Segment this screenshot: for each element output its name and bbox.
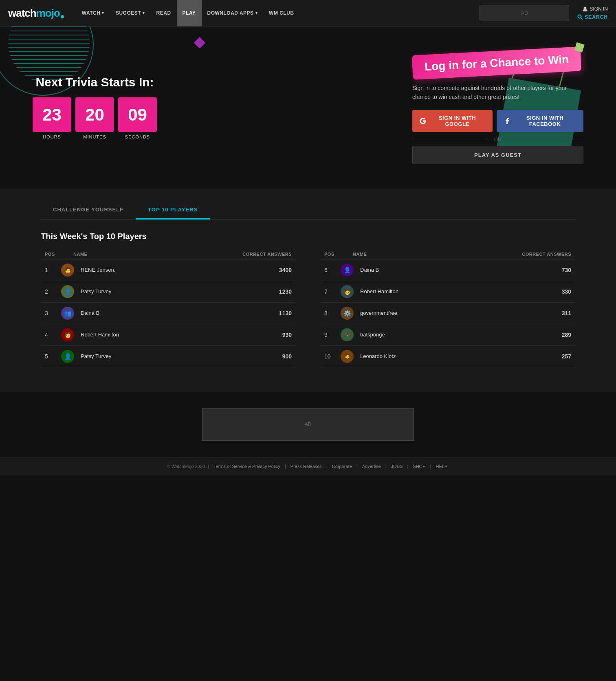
tab-challenge[interactable]: CHALLENGE YOURSELF bbox=[41, 201, 136, 219]
chevron-down-icon: ▾ bbox=[143, 11, 145, 15]
win-description: Sign in to compete against hundreds of o… bbox=[412, 83, 583, 102]
nav-watch[interactable]: WATCH ▾ bbox=[76, 0, 110, 26]
avatar: 🧑 bbox=[61, 264, 74, 277]
diamond-decoration bbox=[194, 37, 205, 48]
countdown-hours: 23 bbox=[42, 106, 62, 123]
countdown-area: Next Trivia Starts In: 23 20 09 HOURS MI… bbox=[33, 75, 157, 139]
header-right: SIGN IN SEARCH bbox=[577, 6, 608, 20]
footer-links: © WatchMojo 2020 | Terms of Service & Pr… bbox=[8, 464, 608, 469]
sign-in-google-button[interactable]: SIGN IN WITH GOOGLE bbox=[412, 110, 493, 132]
avatar: 👤 bbox=[61, 285, 74, 298]
table-row: 8 ⚙️ governmentfree 311 bbox=[320, 303, 575, 324]
table-header-right: POS NAME CORRECT ANSWERS bbox=[320, 249, 575, 259]
table-row: 6 👤 Daina B 730 bbox=[320, 259, 575, 281]
leaderboard-section: CHALLENGE YOURSELF TOP 10 PLAYERS This W… bbox=[0, 189, 616, 392]
footer: © WatchMojo 2020 | Terms of Service & Pr… bbox=[0, 457, 616, 475]
avatar: 🧔 bbox=[341, 350, 354, 363]
table-row: 2 👤 Patsy Turvey 1230 bbox=[41, 281, 296, 303]
or-divider: OR bbox=[412, 137, 583, 143]
search-icon bbox=[577, 14, 583, 20]
avatar: 🧑 bbox=[61, 328, 74, 341]
label-hours: HOURS bbox=[33, 134, 71, 139]
footer-ad-section: AD bbox=[0, 392, 616, 457]
logo-dot bbox=[61, 15, 64, 18]
footer-link-press[interactable]: Press Releases bbox=[290, 464, 322, 469]
players-grid: POS NAME CORRECT ANSWERS 1 🧑 RENE Jensen… bbox=[41, 249, 575, 367]
sign-in-panel: Log in for a Chance to Win Sign in to co… bbox=[412, 51, 583, 164]
footer-link-help[interactable]: HELP bbox=[436, 464, 448, 469]
user-icon bbox=[582, 6, 588, 12]
table-row: 10 🧔 Leonardo Klotz 257 bbox=[320, 346, 575, 367]
footer-link-shop[interactable]: SHOP bbox=[413, 464, 425, 469]
footer-ad-box: AD bbox=[202, 408, 414, 441]
logo-text: watchmojo bbox=[8, 7, 60, 20]
logo[interactable]: watchmojo bbox=[8, 7, 64, 20]
right-player-table: POS NAME CORRECT ANSWERS 6 👤 Daina B 730… bbox=[320, 249, 575, 367]
footer-link-terms[interactable]: Terms of Service & Privacy Policy bbox=[213, 464, 280, 469]
avatar: 🦇 bbox=[341, 328, 354, 341]
table-row: 3 👥 Daina B 1130 bbox=[41, 303, 296, 324]
sign-in-facebook-button[interactable]: SIGN IN WITH FACEBOOK bbox=[497, 110, 583, 132]
countdown-hours-box: 23 bbox=[33, 97, 71, 132]
nav-download-apps[interactable]: DOWNLOAD APPS ▾ bbox=[202, 0, 264, 26]
leaderboard-title: This Week's Top 10 Players bbox=[41, 232, 575, 241]
chevron-down-icon: ▾ bbox=[102, 11, 104, 15]
nav-wm-club[interactable]: WM CLUB bbox=[263, 0, 299, 26]
facebook-icon bbox=[504, 117, 510, 125]
trivia-title: Next Trivia Starts In: bbox=[35, 75, 154, 89]
nav-suggest[interactable]: SUGGEST ▾ bbox=[110, 0, 151, 26]
countdown-labels: HOURS MINUTES SECONDS bbox=[33, 134, 157, 139]
footer-link-corporate[interactable]: Corporate bbox=[332, 464, 352, 469]
table-row: 1 🧑 RENE Jensen. 3400 bbox=[41, 259, 296, 281]
main-nav: WATCH ▾ SUGGEST ▾ READ PLAY DOWNLOAD APP… bbox=[76, 0, 480, 26]
table-row: 5 👤 Patsy Turvey 900 bbox=[41, 346, 296, 367]
footer-link-jobs[interactable]: JOBS bbox=[391, 464, 403, 469]
table-header-left: POS NAME CORRECT ANSWERS bbox=[41, 249, 296, 259]
countdown-minutes: 20 bbox=[85, 106, 104, 123]
table-row: 9 🦇 batsponge 289 bbox=[320, 324, 575, 346]
svg-line-2 bbox=[581, 18, 583, 20]
tab-top10[interactable]: TOP 10 PLAYERS bbox=[136, 201, 210, 220]
table-row: 4 🧑 Robert Hamilton 930 bbox=[41, 324, 296, 346]
countdown-seconds-box: 09 bbox=[118, 97, 157, 132]
svg-point-1 bbox=[578, 15, 581, 18]
avatar: 👤 bbox=[61, 350, 74, 363]
hero-section: Next Trivia Starts In: 23 20 09 HOURS MI… bbox=[0, 26, 616, 189]
tabs: CHALLENGE YOURSELF TOP 10 PLAYERS bbox=[41, 201, 575, 220]
footer-link-advertise[interactable]: Advertise bbox=[362, 464, 381, 469]
avatar: ⚙️ bbox=[341, 307, 354, 320]
play-as-guest-button[interactable]: PLAY AS GUEST bbox=[412, 146, 583, 164]
sign-in-button[interactable]: SIGN IN bbox=[582, 6, 608, 12]
header-ad: AD bbox=[480, 5, 569, 21]
sign-in-options: SIGN IN WITH GOOGLE SIGN IN WITH FACEBOO… bbox=[412, 110, 583, 132]
left-player-table: POS NAME CORRECT ANSWERS 1 🧑 RENE Jensen… bbox=[41, 249, 296, 367]
nav-read[interactable]: READ bbox=[151, 0, 177, 26]
avatar: 🧑 bbox=[341, 285, 354, 298]
header: watchmojo WATCH ▾ SUGGEST ▾ READ PLAY DO… bbox=[0, 0, 616, 26]
table-row: 7 🧑 Robert Hamilton 330 bbox=[320, 281, 575, 303]
countdown-minutes-box: 20 bbox=[75, 97, 114, 132]
google-icon bbox=[420, 117, 426, 125]
search-button[interactable]: SEARCH bbox=[577, 14, 608, 20]
chevron-down-icon: ▾ bbox=[255, 11, 258, 15]
avatar: 👥 bbox=[61, 307, 74, 320]
win-banner: Log in for a Chance to Win bbox=[412, 46, 582, 80]
label-minutes: MINUTES bbox=[75, 134, 114, 139]
avatar: 👤 bbox=[341, 264, 354, 277]
nav-play[interactable]: PLAY bbox=[177, 0, 202, 26]
countdown: 23 20 09 bbox=[33, 97, 157, 132]
countdown-seconds: 09 bbox=[128, 106, 147, 123]
label-seconds: SECONDS bbox=[118, 134, 157, 139]
